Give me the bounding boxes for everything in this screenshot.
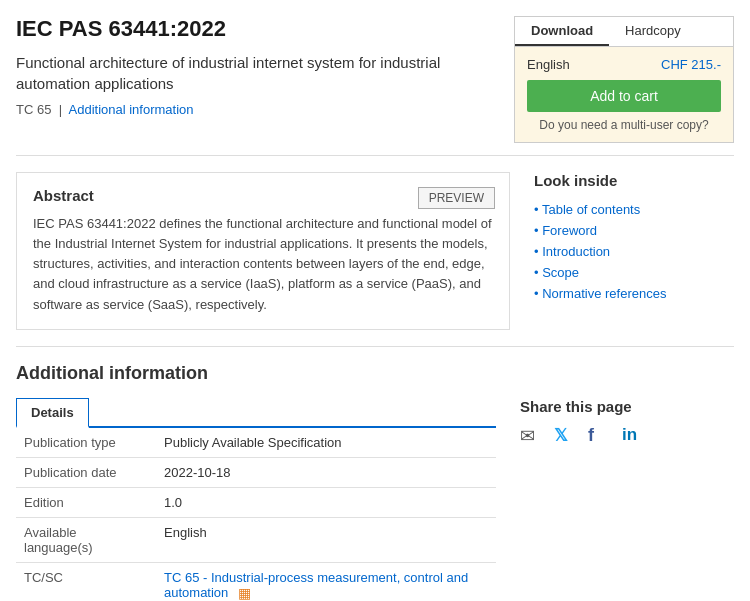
table-row: TC/SC TC 65 - Industrial-process measure…: [16, 562, 496, 601]
subtitle: Functional architecture of industrial in…: [16, 52, 496, 94]
look-inside-item-scope[interactable]: Scope: [534, 262, 734, 283]
email-share-icon[interactable]: ✉: [520, 425, 546, 445]
tab-hardcopy[interactable]: Hardcopy: [609, 17, 697, 46]
multi-user-text: Do you need a multi-user copy?: [527, 118, 721, 132]
main-title: IEC PAS 63441:2022: [16, 16, 496, 42]
add-to-cart-button[interactable]: Add to cart: [527, 80, 721, 112]
header-left: IEC PAS 63441:2022 Functional architectu…: [16, 16, 496, 117]
abstract-box: Abstract PREVIEW IEC PAS 63441:2022 defi…: [16, 172, 510, 330]
tc-label: TC 65: [16, 102, 51, 117]
row-label: Publication date: [16, 457, 156, 487]
details-left: Details Publication type Publicly Availa…: [16, 398, 496, 601]
share-icons: ✉ 𝕏 f in: [520, 425, 720, 445]
twitter-share-icon[interactable]: 𝕏: [554, 425, 580, 445]
additional-content: Details Publication type Publicly Availa…: [16, 398, 734, 601]
tc-sc-link[interactable]: TC 65 - Industrial-process measurement, …: [164, 570, 468, 600]
additional-section: Additional information Details Publicati…: [0, 347, 750, 601]
row-label: Publication type: [16, 428, 156, 458]
tab-download[interactable]: Download: [515, 17, 609, 46]
row-value: 1.0: [156, 487, 496, 517]
row-label: Edition: [16, 487, 156, 517]
facebook-share-icon[interactable]: f: [588, 425, 614, 445]
details-table: Publication type Publicly Available Spec…: [16, 428, 496, 601]
share-title: Share this page: [520, 398, 720, 415]
purchase-language: English: [527, 57, 570, 72]
row-label: TC/SC: [16, 562, 156, 601]
row-label: Available language(s): [16, 517, 156, 562]
row-value: English: [156, 517, 496, 562]
header-section: IEC PAS 63441:2022 Functional architectu…: [0, 0, 750, 155]
look-inside-item-introduction[interactable]: Introduction: [534, 241, 734, 262]
content-section: Abstract PREVIEW IEC PAS 63441:2022 defi…: [0, 156, 750, 346]
details-tabs: Details: [16, 398, 496, 428]
table-row: Publication type Publicly Available Spec…: [16, 428, 496, 458]
additional-info-link[interactable]: Additional information: [69, 102, 194, 117]
purchase-box: Download Hardcopy English CHF 215.- Add …: [514, 16, 734, 143]
purchase-content: English CHF 215.- Add to cart Do you nee…: [515, 47, 733, 142]
row-value: TC 65 - Industrial-process measurement, …: [156, 562, 496, 601]
look-inside: Look inside Table of contents Foreword I…: [534, 172, 734, 330]
table-row: Edition 1.0: [16, 487, 496, 517]
abstract-text: IEC PAS 63441:2022 defines the functiona…: [33, 214, 493, 315]
row-value: 2022-10-18: [156, 457, 496, 487]
purchase-tabs: Download Hardcopy: [515, 17, 733, 47]
look-inside-list: Table of contents Foreword Introduction …: [534, 199, 734, 304]
rss-icon: ▦: [238, 585, 251, 601]
tab-details[interactable]: Details: [16, 398, 89, 428]
additional-info-title: Additional information: [16, 363, 734, 384]
linkedin-share-icon[interactable]: in: [622, 425, 648, 445]
preview-button[interactable]: PREVIEW: [418, 187, 495, 209]
look-inside-item-normative[interactable]: Normative references: [534, 283, 734, 304]
table-row: Available language(s) English: [16, 517, 496, 562]
look-inside-title: Look inside: [534, 172, 734, 189]
table-row: Publication date 2022-10-18: [16, 457, 496, 487]
purchase-price: CHF 215.-: [661, 57, 721, 72]
look-inside-item-toc[interactable]: Table of contents: [534, 199, 734, 220]
purchase-row: English CHF 215.-: [527, 57, 721, 72]
row-value: Publicly Available Specification: [156, 428, 496, 458]
tc-info: TC 65 | Additional information: [16, 102, 496, 117]
look-inside-item-foreword[interactable]: Foreword: [534, 220, 734, 241]
share-section: Share this page ✉ 𝕏 f in: [520, 398, 720, 601]
